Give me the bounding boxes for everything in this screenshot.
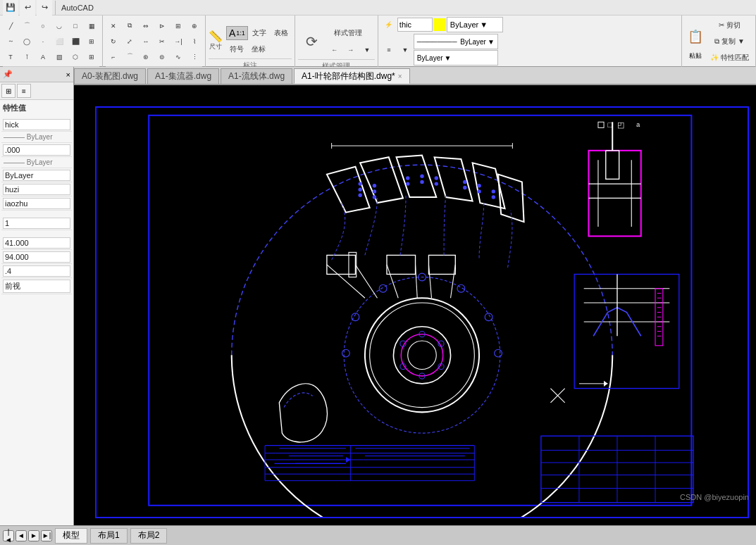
bylayer-dropdown1[interactable]: ──────── ByLayer▼ (414, 34, 498, 49)
dim-row1: 📏 尺寸 A1:1 文字 表格 符号 坐标 (209, 25, 292, 57)
prop-thick-value[interactable]: hick (3, 119, 70, 130)
layout1-tab-label: 布局1 (98, 530, 120, 541)
chamfer-btn[interactable]: ⌐ (106, 49, 121, 65)
prop-000-value[interactable]: .000 (3, 144, 70, 156)
circle-btn[interactable]: ○ (35, 18, 51, 34)
scale-btn[interactable]: ⤢ (122, 34, 137, 49)
move-btn[interactable]: ⊕ (187, 18, 202, 34)
copy-btn2[interactable]: ⧉ (122, 18, 137, 34)
insert-btn[interactable]: ⊞ (84, 34, 99, 49)
bylayer-dropdown2[interactable]: ByLayer▼ (414, 50, 498, 65)
tab-a1-collector[interactable]: A1-集流器.dwg (147, 68, 219, 84)
qsave-btn[interactable]: 💾 (3, 0, 18, 15)
panel-close-icon[interactable]: × (66, 70, 70, 79)
props-match-btn[interactable]: ⚡ (381, 17, 397, 32)
polyline-btn[interactable]: ⌒ (19, 18, 35, 34)
nav-next-btn[interactable]: ► (28, 530, 39, 541)
cut-btn[interactable]: ✂ 剪切 (707, 18, 752, 33)
prop-bylayer3-value[interactable]: ByLayer (3, 170, 70, 181)
nav-prev-btn[interactable]: ◄ (16, 530, 27, 541)
cad-drawing: □ ◰ a (97, 108, 748, 517)
region-btn[interactable]: ⬡ (68, 49, 83, 65)
tab-a1-blade[interactable]: A1-叶轮部件结构图.dwg* × (294, 68, 410, 84)
break-btn[interactable]: ⌇ (187, 34, 202, 49)
prop-qianshi-value[interactable]: 前视 (3, 280, 70, 293)
prop-1-value[interactable]: 1 (3, 218, 70, 229)
block-btn[interactable]: ⬜ (51, 34, 67, 49)
nav-first-btn[interactable]: |◄ (3, 530, 14, 541)
model-tab[interactable]: 模型 (55, 528, 87, 544)
rect-btn[interactable]: □ (68, 18, 83, 34)
style-manager-btn[interactable]: 样式管理 (327, 25, 369, 41)
erase-btn[interactable]: ✕ (106, 18, 121, 34)
trim-btn[interactable]: ✂ (154, 34, 170, 49)
layout1-tab[interactable]: 布局1 (90, 528, 128, 544)
prop-4: .4 (1, 264, 72, 278)
svg-point-98 (406, 182, 409, 185)
panel-pin-icon: 📌 (3, 70, 13, 79)
dim-subrow1: A1:1 文字 表格 (226, 25, 292, 41)
table-dim-btn[interactable]: 表格 (271, 25, 292, 41)
gradient-btn[interactable]: ▧ (51, 49, 67, 65)
layer-dropdown[interactable]: ByLayer▼ (447, 17, 503, 32)
layout2-tab[interactable]: 布局2 (130, 528, 168, 544)
arc-btn[interactable]: ◡ (51, 18, 67, 34)
align-btn[interactable]: ⋮ (187, 49, 202, 65)
ellipse-btn[interactable]: ◯ (19, 34, 35, 49)
pedit-btn[interactable]: ∿ (171, 49, 186, 65)
undo-btn[interactable]: ↩ (20, 0, 35, 15)
draw-row1: ╱ ⌒ ○ ◡ □ ▦ (3, 18, 99, 34)
panel-icon-1[interactable]: ⊞ (1, 84, 16, 98)
rotate-btn[interactable]: ↻ (106, 34, 121, 49)
text-dim-btn[interactable]: 文字 (249, 25, 270, 41)
svg-point-99 (420, 175, 423, 178)
stretch-btn[interactable]: ↔ (138, 34, 154, 49)
prop-41-value[interactable]: 41.000 (3, 237, 70, 249)
table-btn[interactable]: ⊞ (84, 49, 99, 65)
style-prev-btn[interactable]: ← (327, 42, 342, 58)
prop-4-value[interactable]: .4 (3, 265, 70, 277)
svg-point-96 (373, 195, 376, 199)
style-next-btn[interactable]: → (343, 42, 359, 58)
spline-btn[interactable]: ～ (3, 34, 18, 49)
fillet-btn[interactable]: ⌒ (122, 49, 137, 65)
props-btn3[interactable]: ▼ (397, 42, 413, 58)
paste-btn[interactable]: 📋 (685, 23, 706, 51)
tab-close-icon[interactable]: × (398, 73, 402, 80)
matchprop-btn[interactable]: ✨ 特性匹配 (707, 50, 752, 65)
point-btn[interactable]: · (35, 34, 51, 49)
style-row2: ← → ▼ (327, 42, 375, 58)
prop-huzi-value[interactable]: huzi (3, 184, 70, 195)
extend-btn[interactable]: →| (171, 34, 186, 49)
explode-btn[interactable]: ⊛ (138, 49, 154, 65)
copy-btn[interactable]: ⧉ 复制 ▼ (707, 34, 752, 49)
offset-btn[interactable]: ⊳ (154, 18, 170, 34)
redo-btn[interactable]: ↪ (37, 0, 52, 15)
props-btn2[interactable]: ≡ (381, 42, 397, 58)
line-btn[interactable]: ╱ (3, 18, 18, 34)
tab-a0[interactable]: A0-装配图.dwg (74, 68, 146, 84)
prop-iaozhu: iaozhu (1, 196, 72, 211)
prop-94-value[interactable]: 94.000 (3, 251, 70, 263)
panel-icon-2[interactable]: ≡ (17, 84, 31, 98)
text-btn[interactable]: T (3, 49, 18, 65)
mtext-btn[interactable]: ⊺ (19, 49, 35, 65)
layout2-tab-label: 布局2 (138, 530, 160, 541)
prop-bylayer2: ——— ByLayer (1, 157, 72, 168)
nav-last-btn[interactable]: ►| (41, 530, 52, 541)
tab-a1-streamline[interactable]: A1-流线体.dwg (221, 68, 292, 84)
style-more-btn[interactable]: ▼ (359, 42, 375, 58)
mirror-btn[interactable]: ⇔ (138, 18, 154, 34)
prop-94: 94.000 (1, 250, 72, 264)
symbol-btn[interactable]: 符号 (226, 42, 247, 57)
array-btn[interactable]: ⊞ (171, 18, 186, 34)
join-btn[interactable]: ⊜ (154, 49, 170, 65)
attrib-btn[interactable]: A (35, 49, 51, 65)
hatch-btn[interactable]: ▦ (84, 18, 99, 34)
linetype-input[interactable] (397, 18, 433, 32)
coord-btn[interactable]: 坐标 (248, 42, 269, 57)
wblock-btn[interactable]: ⬛ (68, 34, 83, 49)
color-picker-btn[interactable] (433, 18, 446, 31)
prop-iaozhu-value[interactable]: iaozhu (3, 198, 70, 209)
drawing-canvas[interactable]: □ ◰ a (74, 85, 756, 525)
